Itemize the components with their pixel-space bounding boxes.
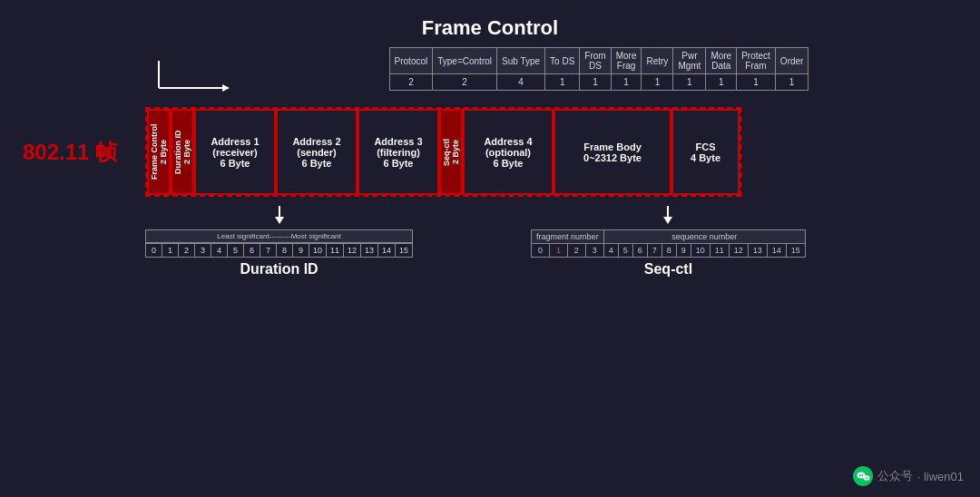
seqctl-section: fragment number sequence number 0 1 2 3 … [531,206,806,278]
svg-point-9 [859,474,861,476]
lsb-label: Least significant---------Most significa… [145,229,413,243]
fc-val-fromds: 1 [580,74,611,91]
arrow-down-duration [270,206,289,224]
field-duration-id: Duration ID2 Byte [171,109,194,195]
fc-val-order: 1 [775,74,808,91]
fc-table: Protocol Type=Control Sub Type To DS Fro… [389,47,809,91]
fc-val-retry: 1 [642,74,673,91]
watermark-text: · liwen01 [917,470,964,483]
field-frame-body: Frame Body0~2312 Byte [554,109,671,195]
field-address2: Address 2(sender)6 Byte [276,109,358,195]
frame-label: 802.11 帧 [23,138,117,167]
svg-marker-6 [663,217,672,224]
fc-col-order: Order [775,48,808,74]
seqctl-labels-row: fragment number sequence number [532,230,806,244]
field-address4: Address 4(optional)6 Byte [463,109,554,195]
fc-val-subtype: 4 [497,74,545,91]
fc-col-subtype: Sub Type [497,48,545,74]
fc-col-moredata: MoreData [706,48,737,74]
seqctl-table: fragment number sequence number 0 1 2 3 … [531,229,806,258]
duration-bits-row: 0123 4567 891011 12131415 [146,244,413,258]
main-container: Frame Control Protocol Type=Control Sub … [0,0,980,497]
svg-point-12 [865,477,867,479]
fc-val-moredata: 1 [706,74,737,91]
fc-val-morefrag: 1 [611,74,642,91]
duration-section: Least significant---------Most significa… [145,206,413,278]
fc-val-protect: 1 [737,74,776,91]
arrow-down-seqctl [659,206,677,224]
fc-col-protocol: Protocol [389,48,433,74]
fc-val-protocol: 2 [389,74,433,91]
duration-arrow [145,206,413,228]
fc-col-protect: ProtectFram [737,48,776,74]
watermark: 公众号 · liwen01 [853,466,964,486]
svg-point-13 [867,477,868,479]
field-address1: Address 1(receiver)6 Byte [194,109,276,195]
wechat-icon [853,466,873,486]
svg-point-10 [861,474,863,476]
field-fcs: FCS4 Byte [671,109,740,195]
field-frame-control: Frame Control2 Byte [147,109,171,195]
fc-col-type: Type=Control [433,48,497,74]
svg-marker-4 [275,217,284,224]
fc-col-morefrag: MoreFrag [611,48,642,74]
seqctl-title: Seq-ctl [531,261,806,278]
fc-val-pwrmgmt: 1 [673,74,706,91]
fc-val-type: 2 [433,74,497,91]
fc-val-tods: 1 [545,74,580,91]
field-address3: Address 3(filtering)6 Byte [358,109,439,195]
seqctl-arrow [531,206,806,228]
fc-col-tods: To DS [545,48,580,74]
arrow-to-table [150,52,231,102]
duration-title: Duration ID [145,261,413,278]
fc-col-retry: Retry [642,48,673,74]
wechat-label: 公众号 [877,468,913,484]
field-seqctl: Seq-ctl2 Byte [439,109,463,195]
svg-marker-2 [222,84,230,92]
fc-col-pwrmgmt: PwrMgmt [673,48,706,74]
svg-point-11 [863,475,869,481]
frame-fields: Frame Control2 Byte Duration ID2 Byte Ad… [145,107,741,197]
seqctl-bits-row: 0 1 2 3 4 5 6 7 8 9 10 11 12 13 [532,244,806,258]
fc-col-fromds: FromDS [580,48,611,74]
page-title: Frame Control [9,9,971,40]
duration-bit-table: 0123 4567 891011 12131415 [145,243,413,258]
